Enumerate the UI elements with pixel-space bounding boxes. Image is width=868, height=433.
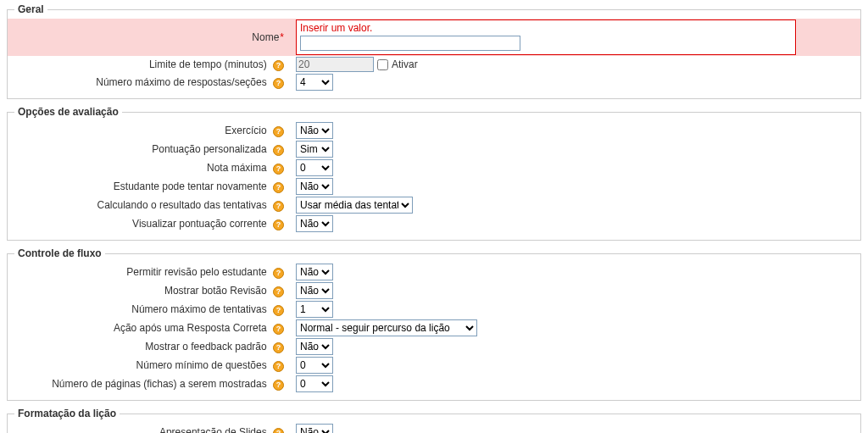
select-calc-tent[interactable]: Usar média das tentativas bbox=[296, 197, 413, 214]
row-max-respostas: Número máximo de respostas/seções ? 4 bbox=[8, 73, 860, 92]
select-acao-correta[interactable]: Normal - seguir percurso da lição bbox=[296, 319, 477, 336]
help-icon[interactable]: ? bbox=[273, 342, 284, 353]
help-icon[interactable]: ? bbox=[273, 428, 284, 434]
select-apres-slides[interactable]: Não bbox=[296, 424, 333, 433]
label-apres-slides: Apresentação de Slides bbox=[159, 426, 267, 434]
select-pag-mostradas[interactable]: 0 bbox=[296, 375, 333, 392]
help-icon[interactable]: ? bbox=[273, 268, 284, 279]
help-icon[interactable]: ? bbox=[273, 145, 284, 156]
legend-avaliacao: Opções de avaliação bbox=[14, 106, 122, 118]
legend-fluxo: Controle de fluxo bbox=[14, 247, 105, 259]
select-min-quest[interactable]: 0 bbox=[296, 357, 333, 374]
select-exercicio[interactable]: Não bbox=[296, 122, 333, 139]
legend-geral: Geral bbox=[14, 3, 47, 15]
help-icon[interactable]: ? bbox=[273, 126, 284, 137]
label-nota-max: Nota máxima bbox=[207, 162, 267, 174]
help-icon[interactable]: ? bbox=[273, 380, 284, 391]
help-icon[interactable]: ? bbox=[273, 219, 284, 230]
checkbox-ativar[interactable] bbox=[377, 59, 388, 70]
required-marker: * bbox=[280, 31, 284, 43]
row-limite-tempo: Limite de tempo (minutos) ? Ativar bbox=[8, 56, 860, 73]
legend-formatacao: Formatação da lição bbox=[14, 408, 120, 419]
label-botao-rev: Mostrar botão Revisão bbox=[164, 285, 267, 297]
label-revisao-est: Permitir revisão pelo estudante bbox=[126, 266, 266, 278]
checkbox-ativar-wrap[interactable]: Ativar bbox=[377, 58, 418, 70]
label-ativar: Ativar bbox=[392, 58, 418, 70]
select-tentar-nov[interactable]: Não bbox=[296, 178, 333, 195]
label-calc-tent: Calculando o resultado das tentativas bbox=[97, 199, 267, 211]
label-nome: Nome bbox=[252, 31, 279, 43]
help-icon[interactable]: ? bbox=[273, 182, 284, 193]
help-icon[interactable]: ? bbox=[273, 78, 284, 89]
label-max-tent: Número máximo de tentativas bbox=[131, 303, 266, 315]
label-max-respostas: Número máximo de respostas/seções bbox=[96, 76, 266, 88]
section-avaliacao: Opções de avaliação Exercício ? Não Pont… bbox=[7, 106, 861, 241]
help-icon[interactable]: ? bbox=[273, 361, 284, 372]
help-icon[interactable]: ? bbox=[273, 201, 284, 212]
section-geral: Geral Nome* Inserir um valor. Limite de … bbox=[7, 3, 861, 99]
help-icon[interactable]: ? bbox=[273, 60, 284, 71]
select-nota-max[interactable]: 0 bbox=[296, 159, 333, 176]
select-feedback[interactable]: Não bbox=[296, 338, 333, 355]
help-icon[interactable]: ? bbox=[273, 324, 284, 335]
label-feedback: Mostrar o feedback padrão bbox=[145, 341, 266, 353]
select-pont-pers[interactable]: Sim bbox=[296, 141, 333, 158]
select-max-tent[interactable]: 1 bbox=[296, 301, 333, 318]
select-max-respostas[interactable]: 4 bbox=[296, 74, 333, 91]
select-revisao-est[interactable]: Não bbox=[296, 264, 333, 280]
input-nome[interactable] bbox=[300, 36, 520, 51]
help-icon[interactable]: ? bbox=[273, 286, 284, 297]
label-tentar-nov: Estudante pode tentar novamente bbox=[114, 180, 267, 192]
label-cell-nome: Nome* bbox=[8, 31, 289, 43]
error-box-nome: Inserir um valor. bbox=[296, 19, 796, 55]
help-icon[interactable]: ? bbox=[273, 164, 284, 175]
section-fluxo: Controle de fluxo Permitir revisão pelo … bbox=[7, 247, 861, 401]
row-nome: Nome* Inserir um valor. bbox=[8, 19, 860, 56]
label-pag-mostradas: Número de páginas (fichas) a serem mostr… bbox=[52, 378, 266, 390]
select-vis-pont[interactable]: Não bbox=[296, 215, 333, 232]
section-formatacao: Formatação da lição Apresentação de Slid… bbox=[7, 408, 861, 433]
input-limite-tempo bbox=[296, 57, 374, 72]
label-exercicio: Exercício bbox=[225, 125, 266, 136]
label-acao-correta: Ação após uma Resposta Correta bbox=[114, 322, 267, 334]
label-vis-pont: Visualizar pontuação corrente bbox=[132, 218, 267, 230]
error-msg-nome: Inserir um valor. bbox=[300, 22, 792, 34]
label-limite: Limite de tempo (minutos) bbox=[149, 58, 267, 70]
select-botao-rev[interactable]: Não bbox=[296, 282, 333, 299]
help-icon[interactable]: ? bbox=[273, 305, 284, 316]
label-pont-pers: Pontuação personalizada bbox=[152, 143, 266, 155]
label-min-quest: Número mínimo de questões bbox=[136, 359, 267, 371]
